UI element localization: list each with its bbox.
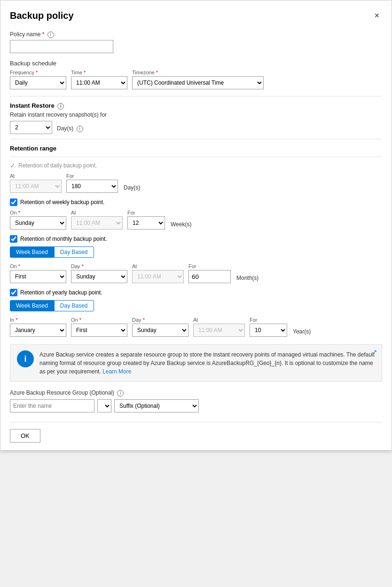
- weekly-on-col: On * SundayMondayTuesday WednesdayThursd…: [10, 210, 66, 230]
- policy-name-label: Policy name * i: [10, 31, 382, 38]
- yearly-for-label: For: [250, 317, 287, 323]
- resource-group-section: Azure Backup Resource Group (Optional) i…: [10, 389, 382, 412]
- policy-name-section: Policy name * i: [10, 31, 382, 53]
- yearly-on-col: On * FirstSecondThirdFourthLast: [71, 317, 127, 337]
- yearly-day-col: Day * SundayMondayTuesday WednesdayThurs…: [132, 317, 188, 337]
- yearly-in-col: In * JanuaryFebruaryMarchApril MayJuneJu…: [10, 317, 66, 337]
- yearly-retention: Retention of yearly backup point. Week B…: [10, 289, 382, 337]
- yearly-day-based-tab[interactable]: Day Based: [54, 300, 94, 311]
- yearly-day-select[interactable]: SundayMondayTuesday WednesdayThursdayFri…: [132, 324, 188, 337]
- monthly-tab-group: Week Based Day Based: [10, 246, 382, 258]
- yearly-for-col: For 10: [250, 317, 287, 337]
- frequency-label: Frequency *: [10, 70, 66, 75]
- resource-group-name-input[interactable]: [10, 399, 94, 412]
- yearly-at-select: 11:00 AM: [193, 324, 245, 337]
- daily-for-select[interactable]: 180: [66, 180, 118, 193]
- weekly-for-label: For: [127, 210, 165, 215]
- snapshot-days-select[interactable]: 2 1 3 4 5: [10, 121, 52, 134]
- weekly-checkbox-row: Retention of weekly backup point.: [10, 198, 382, 206]
- resource-group-info-icon[interactable]: i: [117, 390, 124, 397]
- yearly-on-select[interactable]: FirstSecondThirdFourthLast: [71, 324, 127, 337]
- monthly-on-select[interactable]: FirstSecondThirdFourthLast: [10, 270, 66, 283]
- close-button[interactable]: ×: [371, 10, 382, 22]
- daily-at-select: 11:00 AM: [10, 180, 62, 193]
- yearly-at-label: At: [193, 317, 245, 323]
- yearly-retention-label: Retention of yearly backup point.: [20, 289, 102, 296]
- resource-group-connector[interactable]: n: [97, 399, 111, 412]
- ok-section: OK: [10, 422, 382, 443]
- policy-name-info-icon[interactable]: i: [47, 32, 54, 38]
- info-box-text: Azure Backup service creates a separate …: [39, 350, 375, 376]
- yearly-week-based-tab[interactable]: Week Based: [10, 300, 54, 311]
- resource-group-label: Azure Backup Resource Group (Optional) i: [10, 389, 382, 397]
- daily-unit: Day(s): [124, 184, 140, 191]
- panel-title: Backup policy: [10, 10, 74, 21]
- backup-schedule-section: Backup schedule Frequency * Daily Weekly…: [10, 60, 382, 89]
- monthly-on-col: On * FirstSecondThirdFourthLast: [10, 263, 66, 283]
- info-box-icon: i: [17, 350, 34, 367]
- yearly-day-label: Day *: [132, 317, 188, 323]
- monthly-retention: Retention of monthly backup point. Week …: [10, 235, 382, 283]
- yearly-in-select[interactable]: JanuaryFebruaryMarchApril MayJuneJulyAug…: [10, 324, 66, 337]
- learn-more-link[interactable]: Learn More: [102, 368, 131, 375]
- time-select[interactable]: 11:00 AM 12:00 PM: [71, 76, 127, 89]
- yearly-checkbox-row: Retention of yearly backup point.: [10, 289, 382, 296]
- policy-name-input[interactable]: [10, 40, 113, 53]
- daily-at-col: At 11:00 AM: [10, 173, 62, 193]
- daily-retention: ✓ Retention of daily backup point. At 11…: [10, 162, 382, 193]
- resource-group-suffix-select[interactable]: Suffix (Optional): [114, 399, 199, 412]
- daily-for-label: For: [66, 173, 118, 179]
- daily-checkmark-row: ✓ Retention of daily backup point.: [10, 162, 382, 169]
- yearly-on-label: On *: [71, 317, 127, 323]
- yearly-checkbox[interactable]: [10, 289, 17, 296]
- retain-label: Retain instant recovery snapshot(s) for: [10, 111, 382, 118]
- monthly-week-based-tab[interactable]: Week Based: [10, 246, 54, 258]
- weekly-for-col: For 12: [127, 210, 165, 230]
- external-link-icon[interactable]: ↗: [372, 349, 377, 355]
- daily-check-icon: ✓: [10, 162, 16, 169]
- daily-retention-label: Retention of daily backup point.: [18, 162, 97, 169]
- weekly-retention: Retention of weekly backup point. On * S…: [10, 198, 382, 230]
- yearly-row: In * JanuaryFebruaryMarchApril MayJuneJu…: [10, 317, 382, 337]
- backup-schedule-label: Backup schedule: [10, 60, 382, 67]
- backup-policy-panel: Backup policy × Policy name * i Backup s…: [0, 0, 392, 451]
- instant-restore-label: Instant Restore i: [10, 102, 382, 110]
- timezone-select[interactable]: (UTC) Coordinated Universal Time: [132, 76, 264, 89]
- weekly-on-label: On *: [10, 210, 66, 215]
- monthly-checkbox[interactable]: [10, 235, 17, 243]
- days-info-icon[interactable]: i: [77, 126, 83, 132]
- monthly-checkbox-row: Retention of monthly backup point.: [10, 235, 382, 243]
- weekly-for-select[interactable]: 12: [127, 216, 165, 230]
- monthly-retention-label: Retention of monthly backup point.: [20, 236, 107, 242]
- monthly-at-label: At: [132, 263, 184, 269]
- monthly-day-label: Day *: [71, 263, 127, 269]
- info-box: i Azure Backup service creates a separat…: [10, 344, 382, 382]
- frequency-select[interactable]: Daily Weekly: [10, 76, 66, 89]
- daily-at-label: At: [10, 173, 62, 179]
- ok-button[interactable]: OK: [10, 429, 40, 443]
- timezone-label: Timezone *: [132, 70, 264, 75]
- backup-schedule-row: Frequency * Daily Weekly Time * 11:00 AM…: [10, 70, 382, 89]
- daily-for-col: For 180: [66, 173, 118, 193]
- yearly-at-col: At 11:00 AM: [193, 317, 245, 337]
- monthly-day-based-tab[interactable]: Day Based: [54, 246, 94, 258]
- retention-divider: [10, 157, 382, 157]
- daily-row: At 11:00 AM For 180 Day(s): [10, 173, 382, 193]
- retention-range-section: Retention range ✓ Retention of daily bac…: [10, 139, 382, 337]
- monthly-for-input[interactable]: [188, 270, 231, 283]
- yearly-tab-group: Week Based Day Based: [10, 300, 382, 311]
- monthly-day-select[interactable]: SundayMondayTuesday WednesdayThursdayFri…: [71, 270, 127, 283]
- yearly-in-label: In *: [10, 317, 66, 323]
- panel-header: Backup policy ×: [10, 10, 382, 22]
- yearly-for-select[interactable]: 10: [250, 324, 287, 337]
- monthly-for-label: For: [188, 263, 231, 269]
- weekly-checkbox[interactable]: [10, 198, 17, 206]
- timezone-col: Timezone * (UTC) Coordinated Universal T…: [132, 70, 264, 89]
- weekly-row: On * SundayMondayTuesday WednesdayThursd…: [10, 210, 382, 230]
- monthly-day-col: Day * SundayMondayTuesday WednesdayThurs…: [71, 263, 127, 283]
- frequency-col: Frequency * Daily Weekly: [10, 70, 66, 89]
- instant-restore-info-icon[interactable]: i: [57, 103, 64, 110]
- weekly-on-select[interactable]: SundayMondayTuesday WednesdayThursdayFri…: [10, 216, 66, 230]
- monthly-at-col: At 11:00 AM: [132, 263, 184, 283]
- instant-restore-row: 2 1 3 4 5 Day(s) i: [10, 121, 382, 134]
